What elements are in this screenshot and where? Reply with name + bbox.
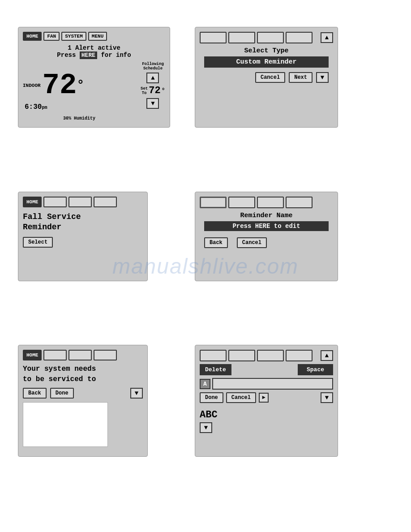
screen4-reminder-name: Reminder Name Press HERE to edit Back Ca… [195,192,338,281]
abc-section: ABC ▼ [200,409,333,433]
set-to-label: SetTo [141,86,148,95]
schedule-text: FollowingSchedule [142,62,164,71]
tab-btn-3[interactable] [257,32,284,43]
scroll-up-button[interactable]: ▲ [321,32,333,43]
screen1-thermostat: HOME FAN SYSTEM MENU 1 Alert active Pres… [18,27,170,128]
tab-btn-4[interactable] [286,32,313,43]
keyboard-top-row: ▲ [200,350,333,361]
fan-button[interactable]: FAN [43,32,60,41]
back-done-row: Back Done ▼ [23,388,143,399]
temp-up-button[interactable]: ▲ [146,73,159,83]
tab-btn-1[interactable] [200,32,227,43]
tab-btn-2[interactable] [228,32,255,43]
time-display: 6:30pm [25,103,47,111]
main-display: INDOOR 72 ° FollowingSchedule ▲ SetTo 72… [23,62,165,109]
delete-space-row: Delete Space [200,364,333,375]
tab-btn-5-3[interactable] [94,350,117,360]
page-container: manualshlive.com HOME FAN SYSTEM MENU 1 … [0,0,411,532]
delete-button[interactable]: Delete [200,364,231,375]
alert-line1: 1 Alert active [23,44,165,51]
top-nav-buttons-5: HOME [23,350,143,360]
back-button-5[interactable]: Back [23,388,47,399]
set-to-display: SetTo 72 ° [141,85,165,96]
tab-btn-4-4[interactable] [286,197,313,208]
screen6-keyboard: ▲ Delete Space A Done Cancel ► ▼ ABC ▼ [195,345,338,457]
top-nav-buttons-3: HOME [23,197,143,207]
top-nav-buttons: HOME FAN SYSTEM MENU [23,32,165,41]
temperature-display: 72 [43,71,77,100]
white-display-area [23,402,108,447]
scroll-up-6[interactable]: ▲ [321,350,333,361]
screen2-select-type: ▲ Select Type Custom Reminder Cancel Nex… [195,27,338,128]
message-text: Your system needsto be serviced to [23,364,143,384]
home-button-5[interactable]: HOME [23,350,42,360]
done-button-5[interactable]: Done [50,388,74,399]
select-button-container: Select [23,237,143,248]
tab-btn-6-2[interactable] [228,350,255,361]
scroll-down-button[interactable]: ▼ [316,72,329,83]
tab-btn-5-1[interactable] [43,350,67,360]
screen3-fall-service: HOME Fall ServiceReminder Select [18,192,148,281]
tab-btn-6-1[interactable] [200,350,227,361]
alert-press: Press [57,51,76,59]
tab-btn-3-2[interactable] [68,197,92,207]
input-field[interactable] [212,378,333,390]
back-button-4[interactable]: Back [204,237,228,248]
time-pm: pm [42,105,47,110]
bottom-buttons-4: Back Cancel [200,237,333,248]
reminder-name-label: Reminder Name [200,212,333,219]
alert-for-info: for info [101,51,131,59]
abc-arrow-down[interactable]: ▼ [200,422,212,433]
select-button[interactable]: Select [23,237,53,248]
input-char-display: A [200,379,210,389]
tab-btn-4-1[interactable] [200,197,227,208]
cancel-button-6[interactable]: Cancel [226,392,256,403]
tab-btn-3-3[interactable] [94,197,117,207]
space-button[interactable]: Space [298,364,333,375]
abc-label: ABC [200,409,333,420]
alert-here-badge[interactable]: HERE [80,51,97,59]
tab-btn-4-3[interactable] [257,197,284,208]
input-row: A [200,378,333,390]
done-button-6[interactable]: Done [200,392,223,403]
home-button-3[interactable]: HOME [23,197,42,207]
tab-btn-3-1[interactable] [43,197,67,207]
bottom-action-buttons: Cancel Next ▼ [200,72,333,83]
screen5-system-message: HOME Your system needsto be serviced to … [18,345,148,457]
press-here-text[interactable]: Press HERE to edit [204,221,329,231]
tab-btn-6-4[interactable] [286,350,313,361]
scroll-down-5[interactable]: ▼ [130,388,143,399]
select-type-label: Select Type [200,47,333,55]
degree-symbol: ° [77,78,84,92]
home-button[interactable]: HOME [23,32,42,41]
system-button[interactable]: SYSTEM [61,32,86,41]
cancel-button[interactable]: Cancel [255,72,285,83]
scroll-down-6[interactable]: ▼ [321,392,333,403]
next-button[interactable]: Next [289,72,313,83]
humidity-display: 30% Humidity [63,116,95,121]
temp-section: INDOOR 72 ° [23,71,84,100]
arrow-right-button[interactable]: ► [259,393,269,403]
keyboard-action-row: Done Cancel ► ▼ [200,392,333,403]
tab-btn-5-2[interactable] [68,350,92,360]
menu-button[interactable]: MENU [88,32,107,41]
custom-reminder-item[interactable]: Custom Reminder [204,56,329,68]
reminder-title: Fall ServiceReminder [23,212,143,233]
set-degree: ° [162,87,165,94]
tab-buttons-row: ▲ [200,32,333,43]
right-controls: FollowingSchedule ▲ SetTo 72 ° ▼ [141,62,165,109]
indoor-label: INDOOR [23,83,41,88]
temp-down-button[interactable]: ▼ [146,98,159,109]
tab-btn-4-2[interactable] [228,197,255,208]
cancel-button-4[interactable]: Cancel [237,237,267,248]
tab-btn-6-3[interactable] [257,350,284,361]
alert-line2: Press HERE for info [23,51,165,59]
set-temperature: 72 [149,85,160,96]
tab-buttons-row-4 [200,197,333,208]
